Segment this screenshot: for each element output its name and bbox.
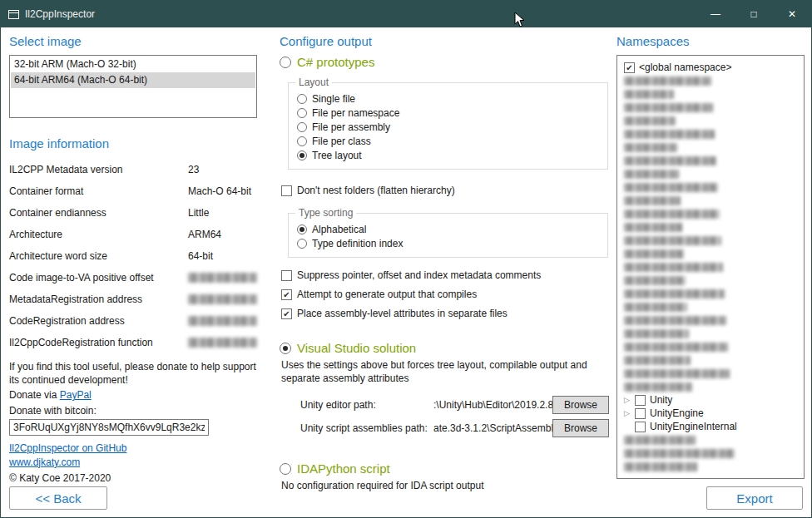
- path-field-row: Unity editor path::\Unity\Hub\Editor\201…: [300, 393, 609, 417]
- minimize-icon[interactable]: —: [696, 1, 735, 27]
- expander-icon[interactable]: ▷: [624, 407, 635, 420]
- checkbox[interactable]: ✔: [281, 308, 292, 319]
- flatten-checkbox-label: Don't nest folders (flatten hierarchy): [297, 185, 455, 196]
- redacted-label: [624, 156, 716, 165]
- image-information-heading: Image information: [9, 136, 257, 150]
- namespace-checkbox[interactable]: [635, 422, 646, 432]
- expander-icon[interactable]: ▷: [624, 393, 635, 407]
- namespaces-heading: Namespaces: [616, 34, 805, 48]
- namespace-row-redacted: [624, 287, 800, 300]
- image-listbox[interactable]: 32-bit ARM (Mach-O 32-bit)64-bit ARM64 (…: [9, 55, 257, 118]
- redacted-label: [624, 343, 728, 352]
- checkbox-row[interactable]: Suppress pointer, offset and index metad…: [281, 268, 616, 283]
- radio-button[interactable]: [297, 150, 307, 160]
- checkbox-row[interactable]: ✔Place assembly-level attributes in sepa…: [281, 306, 616, 321]
- radio-option-label: Alphabetical: [312, 224, 366, 235]
- paypal-link[interactable]: PayPal: [60, 389, 92, 401]
- close-icon[interactable]: ✕: [773, 1, 811, 27]
- path-field-value: ate.3d-3.1.2\ScriptAssemblies: [433, 422, 552, 434]
- checkbox-row[interactable]: ✔Attempt to generate output that compile…: [281, 287, 616, 302]
- info-label: Container format: [9, 185, 188, 197]
- idapython-radio-row[interactable]: IDAPython script: [280, 461, 616, 476]
- redacted-value: [188, 316, 257, 326]
- info-label: IL2CPP Metadata version: [9, 164, 188, 175]
- radio-button[interactable]: [280, 57, 291, 68]
- radio-button[interactable]: [297, 122, 307, 132]
- layout-groupbox: Layout Single fileFile per namespaceFile…: [288, 82, 608, 170]
- info-row: Code image-to-VA positive offset: [9, 267, 257, 289]
- namespace-row-redacted: [624, 180, 800, 194]
- checkbox[interactable]: ✔: [281, 289, 292, 300]
- flatten-checkbox-row[interactable]: Don't nest folders (flatten hierarchy): [281, 183, 616, 198]
- namespace-row-redacted: [624, 154, 800, 167]
- image-list-item[interactable]: 64-bit ARM64 (Mach-O 64-bit): [11, 72, 255, 88]
- namespace-checkbox[interactable]: ✔: [624, 62, 635, 73]
- namespace-row[interactable]: ▷UnityEngine: [624, 407, 800, 420]
- titlebar: Il2CppInspector — □ ✕: [1, 1, 811, 27]
- redacted-label: [624, 90, 674, 99]
- maximize-icon[interactable]: □: [735, 1, 773, 27]
- bitcoin-label: Donate with bitcoin:: [9, 404, 257, 417]
- radio-button[interactable]: [280, 343, 291, 354]
- namespace-row-redacted: [624, 300, 800, 313]
- radio-button[interactable]: [297, 239, 307, 249]
- info-value: Little: [188, 207, 209, 219]
- radio-button[interactable]: [297, 94, 307, 104]
- info-label: MetadataRegistration address: [9, 294, 188, 305]
- csharp-prototypes-radio-row[interactable]: C# prototypes: [280, 55, 616, 69]
- configure-output-heading: Configure output: [280, 34, 616, 48]
- github-link[interactable]: Il2CppInspector on GitHub: [9, 442, 126, 454]
- bitcoin-address-input[interactable]: [9, 419, 209, 436]
- path-field-label: Unity script assemblies path:: [300, 422, 433, 434]
- namespace-row[interactable]: ✔<global namespace>: [624, 61, 800, 74]
- namespace-row-redacted: [624, 74, 800, 87]
- type-sorting-group-label: Type sorting: [295, 207, 356, 219]
- radio-button[interactable]: [297, 108, 307, 118]
- namespaces-panel[interactable]: ✔<global namespace>▷Unity▷UnityEngineUni…: [616, 55, 805, 479]
- namespace-row-redacted: [624, 167, 800, 180]
- namespace-row[interactable]: ▷Unity: [624, 393, 800, 407]
- redacted-label: [624, 276, 686, 285]
- radio-option[interactable]: File per namespace: [297, 106, 599, 120]
- redacted-value: [188, 294, 257, 304]
- radio-option[interactable]: File per assembly: [297, 120, 599, 134]
- checkbox-label: Attempt to generate output that compiles: [297, 289, 477, 300]
- window-title: Il2CppInspector: [25, 8, 95, 20]
- redacted-label: [624, 249, 684, 259]
- radio-option[interactable]: Type definition index: [297, 236, 599, 250]
- checkbox[interactable]: [281, 270, 292, 281]
- radio-option[interactable]: Tree layout: [297, 148, 599, 162]
- checkbox[interactable]: [281, 185, 292, 196]
- visual-studio-radio-row[interactable]: Visual Studio solution: [280, 341, 616, 355]
- radio-option[interactable]: Single file: [297, 91, 599, 106]
- redacted-label: [624, 143, 677, 152]
- back-button[interactable]: << Back: [9, 486, 107, 510]
- app-icon: [8, 10, 19, 19]
- radio-button[interactable]: [297, 224, 307, 234]
- browse-button[interactable]: Browse: [552, 419, 609, 437]
- namespace-checkbox[interactable]: [635, 408, 646, 419]
- namespace-row-redacted: [624, 247, 800, 260]
- redacted-label: [624, 329, 689, 338]
- namespace-row-redacted: [624, 101, 800, 114]
- namespace-label: UnityEngineInternal: [650, 421, 737, 432]
- namespace-checkbox[interactable]: [635, 395, 646, 406]
- browse-button[interactable]: Browse: [552, 396, 609, 414]
- redacted-label: [624, 436, 696, 445]
- radio-option[interactable]: Alphabetical: [297, 222, 599, 236]
- radio-button[interactable]: [280, 463, 291, 475]
- website-link[interactable]: www.djkaty.com: [9, 456, 80, 468]
- info-row: Il2CppCodeRegistration function: [9, 332, 257, 353]
- radio-option[interactable]: File per class: [297, 134, 599, 148]
- export-button[interactable]: Export: [706, 486, 803, 510]
- radio-option-label: Type definition index: [312, 238, 403, 249]
- namespace-row-redacted: [624, 260, 800, 274]
- info-row: Container endiannessLittle: [9, 202, 257, 224]
- namespace-row[interactable]: UnityEngineInternal: [624, 420, 800, 433]
- redacted-label: [624, 369, 730, 378]
- image-list-item[interactable]: 32-bit ARM (Mach-O 32-bit): [11, 57, 255, 72]
- image-info-table: IL2CPP Metadata version23Container forma…: [9, 159, 257, 353]
- radio-button[interactable]: [297, 136, 307, 146]
- info-label: Container endianness: [9, 207, 188, 219]
- redacted-label: [624, 223, 682, 232]
